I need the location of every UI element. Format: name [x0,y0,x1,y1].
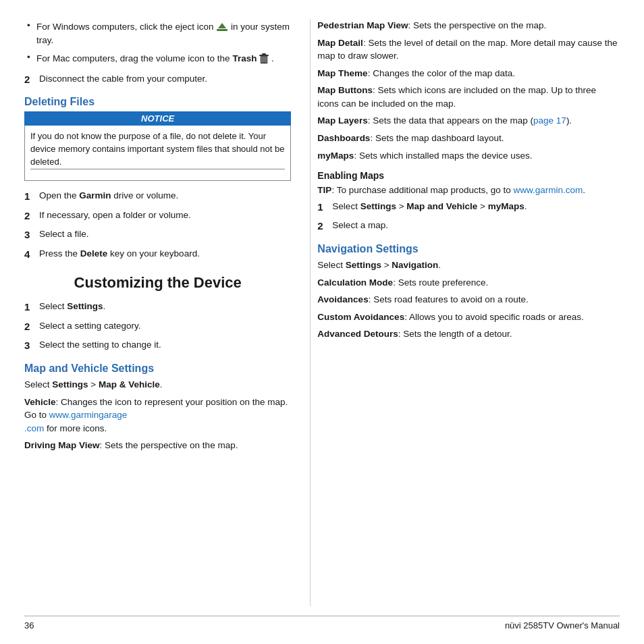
step-number: 3 [24,227,39,242]
customizing-title: Customizing the Device [24,274,291,292]
manual-title: nüvi 2585TV Owner's Manual [505,620,620,630]
map-buttons-item: Map Buttons: Sets which icons are includ… [317,84,620,110]
delete-step-2: 2 If necessary, open a folder or volume. [24,209,291,223]
delete-step-1: 1 Open the Garmin drive or volume. [24,189,291,204]
page-footer: 36 nüvi 2585TV Owner's Manual [24,616,620,630]
enabling-step-2: 2 Select a map. [317,219,620,234]
svg-rect-3 [259,55,269,56]
pedestrian-map-view-item: Pedestrian Map View: Sets the perspectiv… [317,19,620,32]
step-content: Press the Delete key on your keyboard. [39,247,291,262]
step-content: If necessary, open a folder or volume. [39,209,291,223]
vehicle-item: Vehicle: Changes the icon to represent y… [24,396,291,435]
navigation-settings-title: Navigation Settings [317,243,620,255]
eject-icon [216,22,228,32]
step-number: 1 [24,300,39,315]
page: For Windows computers, click the eject i… [0,0,644,644]
step-content: Open the Garmin drive or volume. [39,189,291,204]
enabling-maps-subtitle: Enabling Maps [317,170,620,181]
svg-marker-1 [218,23,226,28]
map-detail-item: Map Detail: Sets the level of detail on … [317,36,620,63]
notice-label: NOTICE [24,111,291,126]
bullet-mac: For Mac computers, drag the volume icon … [24,51,291,65]
deleting-files-title: Deleting Files [24,96,291,108]
avoidances-item: Avoidances: Sets road features to avoid … [317,293,620,306]
svg-rect-0 [217,29,227,31]
navigation-select: Select Settings > Navigation. [317,259,620,272]
map-layers-item: Map Layers: Sets the data that appears o… [317,114,620,128]
step-number: 2 [317,219,332,234]
step-content: Disconnect the cable from your computer. [39,72,291,87]
driving-map-view-item: Driving Map View: Sets the perspective o… [24,439,291,452]
dashboards-item: Dashboards: Sets the map dashboard layou… [317,132,620,145]
enabling-step-1: 1 Select Settings > Map and Vehicle > my… [317,200,620,215]
delete-step-4: 4 Press the Delete key on your keyboard. [24,247,291,262]
step-content: Select Settings. [39,300,291,315]
step-number: 2 [24,72,39,87]
step-number: 1 [317,200,332,215]
customize-step-1: 1 Select Settings. [24,300,291,315]
calculation-mode-item: Calculation Mode: Sets route preference. [317,276,620,290]
trash-label: Trash [232,53,257,63]
notice-text: If you do not know the purpose of a file… [30,130,285,169]
customize-step-3: 3 Select the setting to change it. [24,338,291,353]
intro-bullets: For Windows computers, click the eject i… [24,19,291,65]
step-content: Select the setting to change it. [39,338,291,353]
step-content: Select Settings > Map and Vehicle > myMa… [332,200,620,215]
step-number: 2 [24,209,39,223]
page17-link[interactable]: page 17 [533,115,566,126]
advanced-detours-item: Advanced Detours: Sets the length of a d… [317,327,620,341]
svg-rect-4 [262,53,266,55]
customize-step-2: 2 Select a setting category. [24,319,291,334]
custom-avoidances-item: Custom Avoidances: Allows you to avoid s… [317,311,620,324]
map-vehicle-select: Select Settings > Map & Vehicle. [24,378,291,392]
step-number: 2 [24,319,39,334]
left-column: For Windows computers, click the eject i… [24,19,310,606]
right-column: Pedestrian Map View: Sets the perspectiv… [310,19,620,606]
trash-icon [259,53,269,64]
map-theme-item: Map Theme: Changes the color of the map … [317,67,620,80]
step-number: 1 [24,189,39,204]
step-content: Select a map. [332,219,620,234]
two-column-layout: For Windows computers, click the eject i… [24,19,620,606]
mymaps-item: myMaps: Sets which installed maps the de… [317,149,620,163]
step-content: Select a file. [39,227,291,242]
tip-text: TIP: To purchase additional map products… [317,184,620,197]
garmin-link[interactable]: www.garmin.com [514,185,583,195]
notice-body: If you do not know the purpose of a file… [24,126,291,181]
delete-step-3: 3 Select a file. [24,227,291,242]
step-content: Select a setting category. [39,319,291,334]
bullet-windows: For Windows computers, click the eject i… [24,19,291,47]
page-number: 36 [24,620,34,630]
map-vehicle-title: Map and Vehicle Settings [24,363,291,375]
garmingarage-link[interactable]: www.garmingarage.com [24,410,127,433]
disconnect-step: 2 Disconnect the cable from your compute… [24,72,291,87]
step-number: 4 [24,247,39,262]
step-number: 3 [24,338,39,353]
